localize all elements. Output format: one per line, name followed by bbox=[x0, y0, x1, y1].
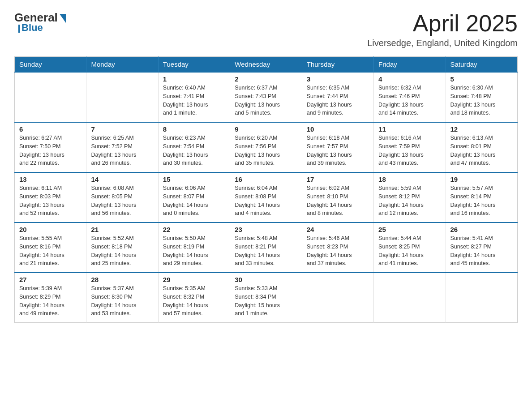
day-number: 21 bbox=[91, 226, 153, 233]
day-detail: Sunrise: 5:50 AMSunset: 8:19 PMDaylight:… bbox=[163, 234, 225, 268]
page-title: April 2025 bbox=[367, 11, 518, 36]
day-detail: Sunrise: 5:46 AMSunset: 8:23 PMDaylight:… bbox=[307, 234, 369, 268]
calendar-cell: 30Sunrise: 5:33 AMSunset: 8:34 PMDayligh… bbox=[230, 273, 302, 323]
day-detail: Sunrise: 6:25 AMSunset: 7:52 PMDaylight:… bbox=[91, 134, 153, 167]
calendar-week-row: 27Sunrise: 5:39 AMSunset: 8:29 PMDayligh… bbox=[15, 273, 518, 323]
day-detail: Sunrise: 6:30 AMSunset: 7:48 PMDaylight:… bbox=[450, 84, 513, 117]
day-number: 30 bbox=[235, 276, 297, 283]
calendar-cell: 21Sunrise: 5:52 AMSunset: 8:18 PMDayligh… bbox=[86, 223, 158, 273]
calendar-cell: 15Sunrise: 6:06 AMSunset: 8:07 PMDayligh… bbox=[158, 172, 230, 223]
day-number: 18 bbox=[378, 176, 441, 183]
day-number: 19 bbox=[450, 176, 513, 183]
day-detail: Sunrise: 5:59 AMSunset: 8:12 PMDaylight:… bbox=[378, 184, 441, 218]
header-monday: Monday bbox=[86, 57, 158, 73]
day-number: 2 bbox=[235, 75, 297, 83]
day-number: 24 bbox=[307, 226, 369, 233]
day-number: 4 bbox=[378, 75, 441, 83]
calendar-cell: 13Sunrise: 6:11 AMSunset: 8:03 PMDayligh… bbox=[15, 172, 86, 223]
day-detail: Sunrise: 6:27 AMSunset: 7:50 PMDaylight:… bbox=[19, 134, 82, 167]
calendar-cell bbox=[446, 273, 517, 323]
day-number: 11 bbox=[378, 125, 441, 133]
calendar-cell: 1Sunrise: 6:40 AMSunset: 7:41 PMDaylight… bbox=[158, 72, 230, 122]
calendar-cell: 25Sunrise: 5:44 AMSunset: 8:25 PMDayligh… bbox=[374, 223, 446, 273]
day-detail: Sunrise: 5:37 AMSunset: 8:30 PMDaylight:… bbox=[91, 284, 153, 318]
calendar-cell: 6Sunrise: 6:27 AMSunset: 7:50 PMDaylight… bbox=[15, 122, 86, 172]
calendar-cell: 22Sunrise: 5:50 AMSunset: 8:19 PMDayligh… bbox=[158, 223, 230, 273]
calendar-cell: 9Sunrise: 6:20 AMSunset: 7:56 PMDaylight… bbox=[230, 122, 302, 172]
day-detail: Sunrise: 6:20 AMSunset: 7:56 PMDaylight:… bbox=[235, 134, 297, 167]
day-detail: Sunrise: 6:13 AMSunset: 8:01 PMDaylight:… bbox=[450, 134, 513, 167]
day-detail: Sunrise: 5:39 AMSunset: 8:29 PMDaylight:… bbox=[19, 284, 82, 318]
day-detail: Sunrise: 6:32 AMSunset: 7:46 PMDaylight:… bbox=[378, 84, 441, 117]
calendar-cell: 5Sunrise: 6:30 AMSunset: 7:48 PMDaylight… bbox=[446, 72, 517, 122]
calendar-cell: 17Sunrise: 6:02 AMSunset: 8:10 PMDayligh… bbox=[302, 172, 373, 223]
day-number: 12 bbox=[450, 125, 513, 133]
calendar-cell bbox=[15, 72, 86, 122]
day-number: 1 bbox=[163, 75, 225, 83]
day-detail: Sunrise: 6:02 AMSunset: 8:10 PMDaylight:… bbox=[307, 184, 369, 218]
calendar-cell: 11Sunrise: 6:16 AMSunset: 7:59 PMDayligh… bbox=[374, 122, 446, 172]
day-number: 22 bbox=[163, 226, 225, 233]
day-detail: Sunrise: 5:52 AMSunset: 8:18 PMDaylight:… bbox=[91, 234, 153, 268]
title-block: April 2025 Liversedge, England, United K… bbox=[367, 11, 518, 48]
day-detail: Sunrise: 5:33 AMSunset: 8:34 PMDaylight:… bbox=[235, 284, 297, 318]
calendar-cell: 10Sunrise: 6:18 AMSunset: 7:57 PMDayligh… bbox=[302, 122, 373, 172]
calendar-cell: 26Sunrise: 5:41 AMSunset: 8:27 PMDayligh… bbox=[446, 223, 517, 273]
calendar-cell: 7Sunrise: 6:25 AMSunset: 7:52 PMDaylight… bbox=[86, 122, 158, 172]
day-number: 20 bbox=[19, 226, 82, 233]
day-detail: Sunrise: 6:04 AMSunset: 8:08 PMDaylight:… bbox=[235, 184, 297, 218]
day-number: 7 bbox=[91, 125, 153, 133]
day-detail: Sunrise: 6:06 AMSunset: 8:07 PMDaylight:… bbox=[163, 184, 225, 218]
day-number: 15 bbox=[163, 176, 225, 183]
day-detail: Sunrise: 6:16 AMSunset: 7:59 PMDaylight:… bbox=[378, 134, 441, 167]
day-number: 17 bbox=[307, 176, 369, 183]
calendar-cell bbox=[302, 273, 373, 323]
day-detail: Sunrise: 6:18 AMSunset: 7:57 PMDaylight:… bbox=[307, 134, 369, 167]
calendar-cell: 18Sunrise: 5:59 AMSunset: 8:12 PMDayligh… bbox=[374, 172, 446, 223]
day-number: 14 bbox=[91, 176, 153, 183]
logo-blue: Blue bbox=[21, 22, 43, 34]
calendar-cell: 14Sunrise: 6:08 AMSunset: 8:05 PMDayligh… bbox=[86, 172, 158, 223]
day-number: 5 bbox=[450, 75, 513, 83]
day-number: 28 bbox=[91, 276, 153, 283]
day-detail: Sunrise: 6:23 AMSunset: 7:54 PMDaylight:… bbox=[163, 134, 225, 167]
day-detail: Sunrise: 5:44 AMSunset: 8:25 PMDaylight:… bbox=[378, 234, 441, 268]
header-wednesday: Wednesday bbox=[230, 57, 302, 73]
calendar-week-row: 20Sunrise: 5:55 AMSunset: 8:16 PMDayligh… bbox=[15, 223, 518, 273]
day-detail: Sunrise: 6:08 AMSunset: 8:05 PMDaylight:… bbox=[91, 184, 153, 218]
calendar-cell: 16Sunrise: 6:04 AMSunset: 8:08 PMDayligh… bbox=[230, 172, 302, 223]
day-detail: Sunrise: 6:37 AMSunset: 7:43 PMDaylight:… bbox=[235, 84, 297, 117]
header-saturday: Saturday bbox=[446, 57, 517, 73]
calendar-cell: 27Sunrise: 5:39 AMSunset: 8:29 PMDayligh… bbox=[15, 273, 86, 323]
calendar-cell: 24Sunrise: 5:46 AMSunset: 8:23 PMDayligh… bbox=[302, 223, 373, 273]
page-subtitle: Liversedge, England, United Kingdom bbox=[367, 38, 518, 48]
day-detail: Sunrise: 5:48 AMSunset: 8:21 PMDaylight:… bbox=[235, 234, 297, 268]
calendar-cell: 4Sunrise: 6:32 AMSunset: 7:46 PMDaylight… bbox=[374, 72, 446, 122]
calendar-cell: 8Sunrise: 6:23 AMSunset: 7:54 PMDaylight… bbox=[158, 122, 230, 172]
day-number: 26 bbox=[450, 226, 513, 233]
calendar-cell bbox=[86, 72, 158, 122]
day-number: 27 bbox=[19, 276, 82, 283]
day-number: 25 bbox=[378, 226, 441, 233]
logo-triangle-icon bbox=[60, 14, 66, 23]
calendar-cell: 28Sunrise: 5:37 AMSunset: 8:30 PMDayligh… bbox=[86, 273, 158, 323]
calendar-week-row: 1Sunrise: 6:40 AMSunset: 7:41 PMDaylight… bbox=[15, 72, 518, 122]
header-sunday: Sunday bbox=[15, 57, 86, 73]
day-detail: Sunrise: 6:40 AMSunset: 7:41 PMDaylight:… bbox=[163, 84, 225, 117]
day-number: 6 bbox=[19, 125, 82, 133]
page-header: General Blue April 2025 Liversedge, Engl… bbox=[14, 11, 518, 48]
logo: General Blue bbox=[14, 11, 66, 34]
day-number: 16 bbox=[235, 176, 297, 183]
day-detail: Sunrise: 5:35 AMSunset: 8:32 PMDaylight:… bbox=[163, 284, 225, 318]
calendar-cell: 29Sunrise: 5:35 AMSunset: 8:32 PMDayligh… bbox=[158, 273, 230, 323]
calendar-cell: 20Sunrise: 5:55 AMSunset: 8:16 PMDayligh… bbox=[15, 223, 86, 273]
day-number: 13 bbox=[19, 176, 82, 183]
calendar-table: SundayMondayTuesdayWednesdayThursdayFrid… bbox=[14, 56, 518, 323]
day-number: 29 bbox=[163, 276, 225, 283]
day-detail: Sunrise: 6:35 AMSunset: 7:44 PMDaylight:… bbox=[307, 84, 369, 117]
day-detail: Sunrise: 6:11 AMSunset: 8:03 PMDaylight:… bbox=[19, 184, 82, 218]
calendar-header-row: SundayMondayTuesdayWednesdayThursdayFrid… bbox=[15, 57, 518, 73]
calendar-week-row: 6Sunrise: 6:27 AMSunset: 7:50 PMDaylight… bbox=[15, 122, 518, 172]
day-number: 10 bbox=[307, 125, 369, 133]
calendar-cell: 2Sunrise: 6:37 AMSunset: 7:43 PMDaylight… bbox=[230, 72, 302, 122]
